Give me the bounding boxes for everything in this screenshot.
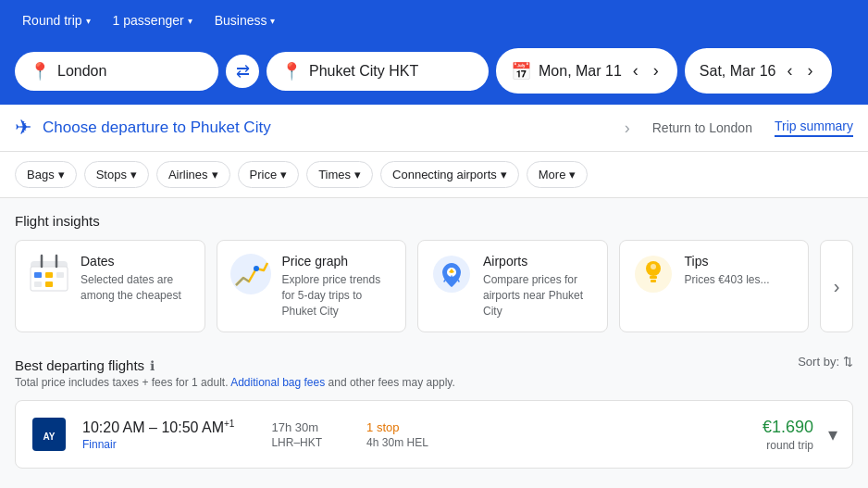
filter-bags-chevron: ▾	[58, 168, 65, 181]
end-date-prev-button[interactable]: ‹	[784, 57, 797, 84]
svg-point-17	[651, 264, 656, 269]
filter-stops-chevron: ▾	[130, 168, 137, 181]
insight-price-graph-text: Price graph Explore price trends for 5-d…	[282, 254, 393, 319]
filter-airlines-label: Airlines	[168, 168, 208, 181]
trip-type-chevron: ▾	[86, 16, 91, 26]
start-date-label: Mon, Mar 11	[539, 63, 622, 80]
flight-expand-button[interactable]: ▾	[828, 423, 837, 445]
flight-duration-col: 17h 30m LHR–HKT	[271, 420, 322, 449]
svg-rect-5	[34, 282, 42, 287]
insight-price-graph-description: Explore price trends for 5-day trips to …	[282, 272, 393, 319]
destination-input[interactable]	[309, 63, 474, 80]
svg-point-10	[254, 266, 259, 271]
insight-dates-text: Dates Selected dates are among the cheap…	[81, 254, 192, 304]
airports-icon	[431, 254, 472, 303]
filter-more-chevron: ▾	[569, 168, 576, 181]
svg-rect-4	[56, 272, 64, 278]
insight-airports-text: Airports Compare prices for airports nea…	[483, 254, 594, 319]
flight-price-sub: round trip	[766, 439, 813, 452]
breadcrumb-step2-link[interactable]: Return to London	[652, 120, 752, 135]
departing-header: Best departing flights ℹ Sort by: ⇅ Tota…	[15, 355, 853, 389]
start-date-field[interactable]: 📅 Mon, Mar 11 ‹ ›	[496, 48, 677, 94]
insights-row: Dates Selected dates are among the cheap…	[15, 240, 853, 332]
filter-stops-label: Stops	[96, 168, 127, 181]
filter-price-label: Price	[250, 168, 278, 181]
sort-row: Sort by: ⇅	[798, 355, 853, 369]
insight-tips-description: Prices €403 les...	[685, 272, 770, 288]
filter-more-label: More	[539, 168, 566, 181]
flight-insights-title: Flight insights	[15, 213, 853, 229]
flight-stops-col: 1 stop 4h 30m HEL	[366, 420, 428, 449]
svg-rect-9	[230, 254, 271, 294]
insight-price-graph-title: Price graph	[282, 254, 393, 269]
filter-more[interactable]: More ▾	[527, 161, 589, 188]
flight-duration: 17h 30m	[271, 420, 322, 434]
filter-times-label: Times	[318, 168, 351, 181]
filter-times[interactable]: Times ▾	[306, 161, 373, 188]
origin-input[interactable]	[57, 63, 204, 80]
additional-bag-fees-link[interactable]: Additional bag fees	[230, 376, 325, 389]
departing-title: Best departing flights ℹ	[15, 357, 155, 373]
start-date-next-button[interactable]: ›	[650, 57, 663, 84]
filter-connecting-airports-label: Connecting airports	[392, 168, 497, 181]
passengers-button[interactable]: 1 passenger ▾	[105, 7, 200, 33]
trip-type-label: Round trip	[22, 13, 82, 28]
filter-airlines-chevron: ▾	[212, 168, 218, 181]
filter-bags-label: Bags	[27, 168, 55, 181]
flight-price-col: €1.690 round trip	[763, 418, 813, 452]
flight-stops-detail: 4h 30m HEL	[366, 436, 428, 449]
flight-price: €1.690	[763, 418, 813, 437]
origin-field[interactable]: 📍	[15, 52, 218, 91]
insight-card-airports[interactable]: Airports Compare prices for airports nea…	[417, 240, 608, 332]
insight-dates-description: Selected dates are among the cheapest	[81, 272, 192, 304]
filter-price-chevron: ▾	[280, 168, 287, 181]
main-content: Flight insights	[0, 198, 868, 483]
calendar-icon: 📅	[511, 61, 531, 81]
breadcrumb-step3-link[interactable]: Trip summary	[775, 119, 853, 137]
flight-time-col: 10:20 AM – 10:50 AM+1 Finnair	[82, 419, 234, 451]
svg-rect-2	[34, 272, 42, 278]
filter-connecting-airports[interactable]: Connecting airports ▾	[380, 161, 519, 188]
filter-airlines[interactable]: Airlines ▾	[156, 161, 230, 188]
passengers-label: 1 passenger	[113, 13, 184, 28]
filter-stops[interactable]: Stops ▾	[84, 161, 149, 188]
breadcrumb: ✈ Choose departure to Phuket City › Retu…	[0, 105, 868, 152]
subtitle-end: and other fees may apply.	[329, 376, 455, 389]
price-graph-icon	[230, 254, 271, 303]
insight-card-tips[interactable]: Tips Prices €403 les...	[619, 240, 810, 332]
departing-info-icon[interactable]: ℹ	[150, 358, 155, 373]
insight-airports-title: Airports	[483, 254, 594, 269]
trip-type-button[interactable]: Round trip ▾	[15, 7, 98, 33]
flight-stops-label: 1 stop	[366, 420, 428, 434]
destination-field[interactable]: 📍	[267, 52, 489, 91]
sort-icon[interactable]: ⇅	[843, 355, 853, 369]
search-bar: 📍 ⇄ 📍 📅 Mon, Mar 11 ‹ › Sat, Mar 16 ‹ ›	[0, 41, 868, 105]
svg-rect-15	[650, 276, 657, 279]
subtitle-start: Total price includes taxes + fees for 1 …	[15, 376, 228, 389]
filter-price[interactable]: Price ▾	[238, 161, 300, 188]
insight-tips-title: Tips	[685, 254, 770, 269]
end-date-next-button[interactable]: ›	[804, 57, 817, 84]
end-date-field[interactable]: Sat, Mar 16 ‹ ›	[685, 48, 832, 94]
arrival-time: 10:50 AM	[161, 419, 224, 435]
departing-flights-section: Best departing flights ℹ Sort by: ⇅ Tota…	[15, 355, 853, 469]
svg-rect-1	[31, 267, 68, 291]
start-date-prev-button[interactable]: ‹	[629, 57, 642, 84]
insight-tips-text: Tips Prices €403 les...	[685, 254, 770, 288]
end-date-label: Sat, Mar 16	[700, 63, 776, 80]
svg-rect-3	[45, 272, 53, 278]
insight-card-price-graph[interactable]: Price graph Explore price trends for 5-d…	[217, 240, 407, 332]
destination-location-icon: 📍	[281, 61, 302, 81]
flight-row[interactable]: AY 10:20 AM – 10:50 AM+1 Finnair 17h 30m…	[15, 400, 853, 469]
flight-departure-icon: ✈	[15, 116, 31, 140]
airline-name: Finnair	[82, 438, 234, 451]
insight-card-dates[interactable]: Dates Selected dates are among the cheap…	[15, 240, 205, 332]
swap-button[interactable]: ⇄	[226, 55, 259, 88]
sort-label: Sort by:	[798, 355, 839, 369]
insights-more-icon: ›	[834, 276, 840, 297]
arrival-day-offset: +1	[224, 419, 234, 429]
class-button[interactable]: Business ▾	[207, 7, 283, 33]
insights-more-button[interactable]: ›	[820, 240, 853, 332]
departure-time: 10:20 AM	[82, 419, 145, 435]
filter-bags[interactable]: Bags ▾	[15, 161, 77, 188]
